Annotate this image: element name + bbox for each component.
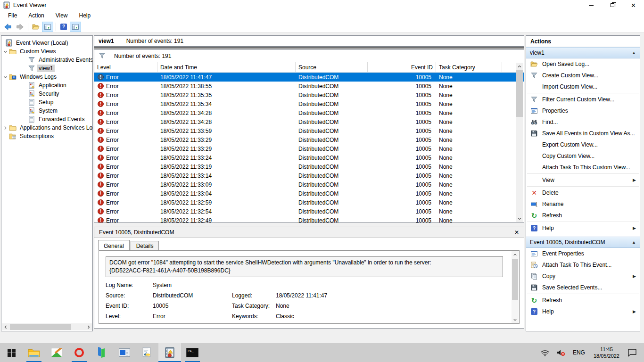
table-row[interactable]: !Error 18/05/2022 11:33:29 DistributedCO… [94, 135, 524, 144]
collapse-icon[interactable]: ▲ [632, 50, 636, 55]
action-help[interactable]: ?Help▶ [526, 222, 640, 234]
close-button[interactable]: ✕ [623, 0, 644, 10]
taskbar-remote-window-app[interactable] [113, 343, 136, 362]
action-save-all-events-in-custom-view-as[interactable]: Save All Events in Custom View As... [526, 128, 640, 139]
action-import-custom-view[interactable]: Import Custom View... [526, 81, 640, 92]
chevron-down-icon[interactable] [1, 74, 9, 80]
table-row[interactable]: !Error 18/05/2022 11:34:28 DistributedCO… [94, 117, 524, 126]
action-filter-current-custom-view[interactable]: Filter Current Custom View... [526, 94, 640, 105]
table-row[interactable]: !Error 18/05/2022 11:33:19 DistributedCO… [94, 162, 524, 171]
scrollbar-thumb[interactable] [516, 70, 523, 117]
table-row[interactable]: !Error 18/05/2022 11:33:29 DistributedCO… [94, 144, 524, 153]
action-delete[interactable]: ✕Delete [526, 187, 640, 198]
forward-button[interactable] [14, 22, 25, 32]
table-row[interactable]: !Error 18/05/2022 11:32:59 DistributedCO… [94, 198, 524, 207]
tree-item-system[interactable]: System [1, 107, 92, 115]
open-saved-log-button[interactable] [30, 22, 41, 32]
tab-general[interactable]: General [98, 240, 130, 250]
action-rename[interactable]: Rename [526, 198, 640, 210]
detail-vertical-scrollbar[interactable] [512, 251, 519, 323]
help-button[interactable]: ? [58, 22, 69, 32]
column-header-level[interactable]: Level [94, 62, 157, 72]
taskbar-opera[interactable] [68, 343, 91, 362]
table-row[interactable]: !Error 18/05/2022 11:41:47 DistributedCO… [94, 73, 524, 82]
action-center-icon[interactable] [627, 348, 637, 357]
detail-close-button[interactable]: ✕ [514, 229, 519, 236]
actions-group-event[interactable]: Event 10005, DistributedCOM ▲ [526, 237, 640, 248]
restore-button[interactable] [602, 0, 623, 10]
tree-item-view1[interactable]: view1 [1, 64, 92, 73]
wifi-icon[interactable] [540, 349, 550, 356]
column-header-task[interactable]: Task Category [436, 62, 502, 72]
tab-details[interactable]: Details [131, 241, 159, 251]
action-event-properties[interactable]: Event Properties [526, 248, 640, 259]
table-row[interactable]: !Error 18/05/2022 11:33:09 DistributedCO… [94, 180, 524, 189]
table-row[interactable]: !Error 18/05/2022 11:33:04 DistributedCO… [94, 189, 524, 198]
tree-item-forwarded-events[interactable]: Forwarded Events [1, 115, 92, 123]
taskbar-file-explorer[interactable] [23, 343, 45, 362]
scroll-up-icon[interactable] [512, 251, 518, 258]
show-console-tree-button[interactable] [42, 22, 53, 32]
clock[interactable]: 11:45 18/05/2022 [594, 346, 619, 359]
tree-item-windows-logs[interactable]: Windows Logs [1, 73, 92, 81]
tree-item-subscriptions[interactable]: Subscriptions [1, 132, 92, 140]
menu-help[interactable]: Help [75, 11, 95, 20]
scroll-down-icon[interactable] [512, 316, 518, 323]
table-row[interactable]: !Error 18/05/2022 11:35:34 DistributedCO… [94, 99, 524, 108]
action-export-custom-view[interactable]: Export Custom View... [526, 139, 640, 150]
action-create-custom-view[interactable]: Create Custom View... [526, 70, 640, 81]
chevron-right-icon[interactable] [1, 125, 9, 131]
action-attach-task-to-this-custom-view[interactable]: Attach Task To This Custom View... [526, 162, 640, 173]
menu-action[interactable]: Action [24, 11, 48, 20]
column-header-eventid[interactable]: Event ID [368, 62, 436, 72]
table-row[interactable]: !Error 18/05/2022 11:33:24 DistributedCO… [94, 153, 524, 162]
taskbar-terminal[interactable]: PA_ [181, 343, 204, 362]
action-refresh[interactable]: ↻Refresh [526, 210, 640, 221]
scroll-up-icon[interactable] [516, 63, 523, 70]
scroll-left-icon[interactable] [2, 323, 9, 330]
action-view[interactable]: View▶ [526, 174, 640, 186]
minimize-button[interactable] [580, 0, 602, 10]
action-copy-custom-view[interactable]: Copy Custom View... [526, 150, 640, 162]
table-row[interactable]: !Error 18/05/2022 11:32:49 DistributedCO… [94, 216, 524, 222]
tree-item-custom-views[interactable]: Custom Views [1, 47, 92, 56]
language-indicator[interactable]: ENG [573, 349, 585, 356]
column-header-source[interactable]: Source [296, 62, 368, 72]
menu-file[interactable]: File [4, 11, 21, 20]
scroll-right-icon[interactable] [85, 323, 92, 330]
table-row[interactable]: !Error 18/05/2022 11:38:55 DistributedCO… [94, 82, 524, 90]
action-save-selected-events[interactable]: Save Selected Events... [526, 282, 640, 293]
taskbar-green-app[interactable] [91, 343, 113, 362]
tree-item-event-viewer-local[interactable]: Event Viewer (Local) [1, 39, 92, 47]
tree-item-administrative-events[interactable]: Administrative Events [1, 56, 92, 64]
tree-item-security[interactable]: Security [1, 90, 92, 98]
scrollbar-thumb[interactable] [512, 259, 518, 300]
action-attach-task-to-this-event[interactable]: Attach Task To This Event... [526, 259, 640, 271]
tree-item-applications-and-services-lo[interactable]: Applications and Services Lo [1, 123, 92, 132]
tree-horizontal-scrollbar[interactable] [2, 323, 92, 330]
table-row[interactable]: !Error 18/05/2022 11:33:14 DistributedCO… [94, 171, 524, 180]
show-action-pane-button[interactable] [70, 22, 81, 32]
action-open-saved-log[interactable]: Open Saved Log... [526, 58, 640, 70]
column-header-date[interactable]: Date and Time [157, 62, 296, 72]
scroll-down-icon[interactable] [516, 215, 523, 222]
chevron-down-icon[interactable] [1, 49, 9, 55]
taskbar-event-viewer[interactable] [158, 343, 181, 362]
action-help[interactable]: ?Help▶ [526, 306, 640, 317]
table-row[interactable]: !Error 18/05/2022 11:32:54 DistributedCO… [94, 207, 524, 216]
tree-item-setup[interactable]: Setup [1, 98, 92, 107]
action-refresh[interactable]: ↻Refresh [526, 295, 640, 306]
table-vertical-scrollbar[interactable] [516, 63, 523, 222]
event-description[interactable]: DCOM got error "1084" attempting to star… [106, 256, 503, 277]
action-copy[interactable]: Copy▶ [526, 271, 640, 282]
table-row[interactable]: !Error 18/05/2022 11:35:35 DistributedCO… [94, 90, 524, 99]
scrollbar-thumb[interactable] [10, 324, 71, 330]
start-button[interactable] [0, 343, 23, 362]
volume-muted-icon[interactable] [556, 349, 566, 356]
action-find[interactable]: Find... [526, 116, 640, 128]
collapse-icon[interactable]: ▲ [632, 240, 636, 245]
actions-group-view1[interactable]: view1 ▲ [526, 47, 640, 58]
taskbar-image-editor[interactable] [45, 343, 68, 362]
action-properties[interactable]: Properties [526, 105, 640, 116]
back-button[interactable] [2, 22, 14, 32]
